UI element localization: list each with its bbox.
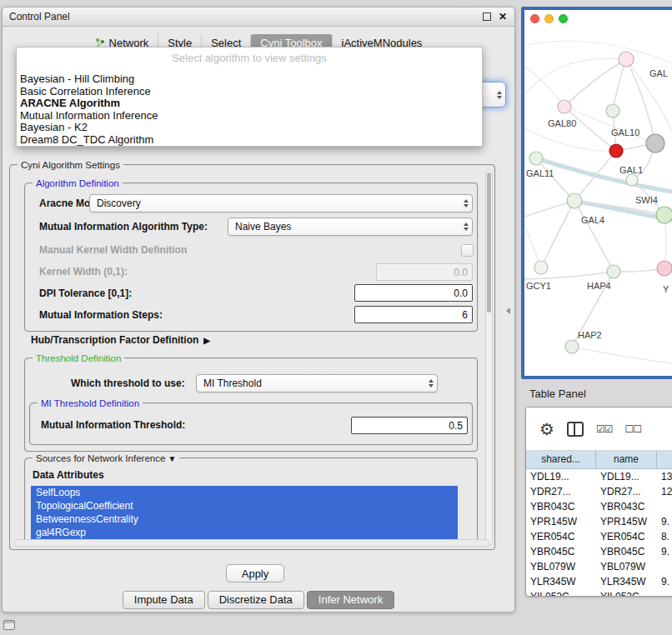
- algorithm-combobox-fragment[interactable]: [481, 82, 506, 108]
- network-svg[interactable]: GALGAL80GAL10GAL11GAL1SWI4GAL4GCY1HAP4HA…: [524, 28, 672, 376]
- network-edge: [574, 201, 614, 272]
- table-header-cell[interactable]: [657, 451, 672, 468]
- bottom-tab-bar: Impute Data Discretize Data Infer Networ…: [3, 591, 514, 609]
- network-node-pink-right[interactable]: [657, 261, 672, 276]
- column-selector-icon[interactable]: [567, 422, 584, 437]
- algorithm-option[interactable]: ARACNE Algorithm: [17, 98, 482, 110]
- table-row[interactable]: YER054CYER054C8.: [526, 529, 672, 544]
- network-node-hap2[interactable]: [565, 340, 579, 353]
- table-panel-title: Table Panel: [529, 388, 586, 400]
- network-node-hap4[interactable]: [607, 265, 620, 278]
- threshold-definition-title: Threshold Definition: [33, 352, 124, 364]
- table-row[interactable]: YBR043CYBR043C: [526, 499, 672, 514]
- node-label: GAL11: [526, 168, 554, 178]
- network-node-gal1[interactable]: [626, 174, 638, 186]
- stepper-arrows-icon: [464, 199, 469, 208]
- table-row[interactable]: YBL079WYBL079W: [526, 559, 672, 574]
- table-cell: YER054C: [596, 529, 657, 544]
- hub-definition-label: Hub/Transcription Factor Definition: [31, 334, 198, 346]
- float-window-icon[interactable]: [483, 12, 491, 21]
- network-node-gal4[interactable]: [567, 193, 582, 208]
- which-threshold-combobox[interactable]: MI Threshold: [196, 374, 438, 392]
- which-threshold-label: Which threshold to use:: [71, 374, 185, 392]
- deselect-all-icon[interactable]: ☐☐: [624, 423, 641, 435]
- mi-algorithm-type-label: Mutual Information Algorithm Type:: [39, 218, 208, 236]
- node-label: GAL: [649, 68, 668, 78]
- collapse-down-icon: ▼: [168, 454, 177, 463]
- algorithm-option[interactable]: Dream8 DC_TDC Algorithm: [17, 134, 482, 147]
- network-edge: [524, 58, 626, 95]
- table-row[interactable]: YBR045CYBR045C9.: [526, 544, 672, 559]
- algorithm-definition-title: Algorithm Definition: [33, 178, 123, 189]
- hub-definition-toggle[interactable]: Hub/Transcription Factor Definition ▶: [31, 334, 210, 346]
- network-node-gal10-green[interactable]: [606, 104, 619, 118]
- table-header-cell[interactable]: name: [596, 451, 657, 468]
- network-node-gal80[interactable]: [558, 100, 571, 113]
- minimize-window-icon[interactable]: [544, 14, 554, 23]
- minimized-panel-icon[interactable]: [3, 620, 15, 630]
- manual-kernel-width-checkbox[interactable]: [461, 244, 474, 257]
- scrollbar-thumb[interactable]: [487, 172, 491, 312]
- mi-steps-field[interactable]: [354, 306, 473, 323]
- table-cell: YBL079W: [526, 559, 596, 574]
- algorithm-option[interactable]: Mutual Information Inference: [17, 110, 482, 122]
- node-label: GAL80: [548, 118, 576, 128]
- tab-impute-data[interactable]: Impute Data: [123, 591, 205, 609]
- attribute-item[interactable]: SelfLoops: [31, 486, 458, 499]
- network-node-swi4[interactable]: [656, 207, 672, 223]
- node-label: SWI4: [635, 195, 658, 205]
- apply-button[interactable]: Apply: [226, 564, 284, 582]
- stepper-arrows-icon: [497, 91, 502, 99]
- node-label: GAL10: [611, 128, 639, 138]
- attribute-item[interactable]: TopologicalCoefficient: [31, 499, 458, 512]
- close-icon[interactable]: ✕: [499, 11, 507, 22]
- mi-threshold-field[interactable]: [351, 417, 468, 434]
- table-cell: YPR145W: [526, 514, 596, 529]
- table-row[interactable]: YDR27...YDR27...12: [526, 484, 672, 499]
- sources-group-title[interactable]: Sources for Network Inference ▼: [33, 452, 179, 465]
- network-node-gal11[interactable]: [529, 152, 543, 165]
- settings-scrollbar[interactable]: [485, 169, 493, 546]
- table-cell: 8.: [657, 529, 672, 544]
- algorithm-option[interactable]: Bayesian - Hill Climbing: [17, 73, 482, 86]
- gear-icon[interactable]: ⚙: [539, 421, 554, 438]
- algorithm-option[interactable]: Bayesian - K2: [17, 122, 482, 134]
- node-label: GCY1: [526, 281, 551, 291]
- dpi-tolerance-field[interactable]: [354, 284, 473, 302]
- attribute-item[interactable]: BetweennessCentrality: [31, 512, 458, 526]
- table-header-cell[interactable]: shared...: [526, 451, 596, 468]
- mi-algorithm-type-value: Naive Bayes: [228, 221, 291, 232]
- data-attributes-list[interactable]: SelfLoopsTopologicalCoefficientBetweenne…: [31, 486, 458, 541]
- panel-splitter-icon[interactable]: [506, 308, 510, 314]
- network-edge: [524, 67, 564, 107]
- tab-infer-network[interactable]: Infer Network: [307, 591, 394, 609]
- network-node-gcy1[interactable]: [534, 261, 548, 274]
- network-node-gal10-red[interactable]: [609, 144, 623, 158]
- attribute-item[interactable]: gal4RGexp: [31, 526, 458, 539]
- zoom-window-icon[interactable]: [559, 14, 568, 23]
- network-edge: [541, 201, 574, 268]
- close-window-icon[interactable]: [530, 14, 539, 23]
- aracne-mode-value: Discovery: [90, 198, 141, 209]
- table-cell: YBL079W: [596, 559, 657, 574]
- tab-discretize-data[interactable]: Discretize Data: [208, 591, 304, 609]
- aracne-mode-combobox[interactable]: Discovery: [89, 194, 473, 212]
- network-node-hub-gray[interactable]: [646, 134, 664, 152]
- network-node-pink-top[interactable]: [619, 52, 634, 67]
- algorithm-option[interactable]: Basic Correlation Inference: [17, 86, 482, 98]
- table-cell: YIL052C: [596, 589, 657, 597]
- settings-horizontal-scrollbar[interactable]: [14, 539, 489, 547]
- table-cell: YDL19...: [596, 469, 657, 484]
- mi-algorithm-type-combobox[interactable]: Naive Bayes: [228, 218, 473, 236]
- select-all-icon[interactable]: ☑☑: [596, 423, 613, 435]
- table-cell: [657, 559, 672, 574]
- table-row[interactable]: YDL19...YDL19...13: [526, 469, 672, 484]
- table-cell: YLR345W: [596, 574, 657, 589]
- table-row[interactable]: YLR345WYLR345W9.: [526, 574, 672, 589]
- kernel-width-field[interactable]: [376, 263, 473, 281]
- table-cell: YER054C: [526, 529, 596, 544]
- table-row[interactable]: YIL052CYIL052C: [526, 589, 672, 597]
- table-toolbar: ⚙ ☑☑ ☐☐: [526, 408, 672, 451]
- table-row[interactable]: YPR145WYPR145W9.: [526, 514, 672, 529]
- table-header: shared...name: [526, 451, 672, 469]
